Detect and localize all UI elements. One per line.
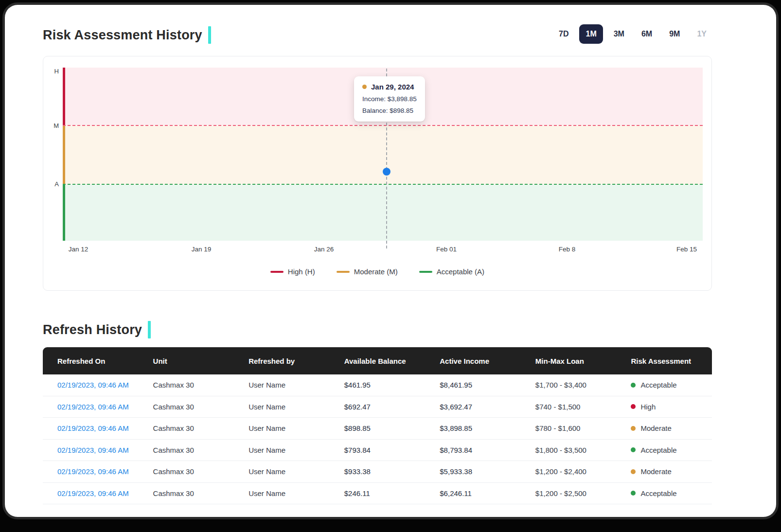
dashboard-card: Risk Assessment History 7D 1M 3M 6M 9M 1… <box>5 5 776 517</box>
refreshed-by-cell: User Name <box>234 424 330 432</box>
x-tick-jan-26: Jan 26 <box>314 246 334 253</box>
range-tab-1y[interactable]: 1Y <box>691 24 713 44</box>
legend-item-high[interactable]: High (H) <box>270 267 315 276</box>
legend-label-moderate: Moderate (M) <box>354 267 398 276</box>
risk-assessment-cell: High <box>616 403 712 411</box>
available-balance-cell: $898.85 <box>330 424 426 432</box>
risk-status-label: Acceptable <box>640 489 676 497</box>
active-income-cell: $3,692.47 <box>425 403 521 411</box>
active-income-cell: $6,246.11 <box>425 489 521 497</box>
refreshed-on-link[interactable]: 02/19/2023, 09:46 AM <box>43 446 139 454</box>
y-tick-moderate: M <box>48 122 59 129</box>
refreshed-on-link[interactable]: 02/19/2023, 09:46 AM <box>43 424 139 432</box>
legend-line-moderate-icon <box>337 271 350 273</box>
available-balance-cell: $933.38 <box>330 467 426 476</box>
refreshed-by-cell: User Name <box>234 489 330 497</box>
unit-cell: Cashmax 30 <box>139 446 234 454</box>
range-tab-6m[interactable]: 6M <box>635 24 658 44</box>
risk-chart-panel: H M A Jan 29, 2024 Income: $3,898.85 Bal… <box>43 56 712 291</box>
risk-assessment-cell: Acceptable <box>616 489 712 497</box>
col-header-refreshed-on: Refreshed On <box>43 357 139 365</box>
refreshed-by-cell: User Name <box>234 446 330 454</box>
available-balance-cell: $461.95 <box>330 381 426 389</box>
range-tab-1m[interactable]: 1M <box>579 24 603 44</box>
x-tick-jan-19: Jan 19 <box>192 246 212 253</box>
tooltip-header: Jan 29, 2024 <box>362 83 417 91</box>
x-tick-feb-01: Feb 01 <box>436 246 457 253</box>
active-income-cell: $8,461.95 <box>425 381 521 389</box>
active-income-cell: $5,933.38 <box>425 467 521 476</box>
y-axis-high-segment <box>63 68 65 125</box>
risk-status-dot-icon <box>631 404 636 409</box>
acceptable-threshold-line <box>63 184 703 185</box>
table-row: 02/19/2023, 09:46 AM Cashmax 30 User Nam… <box>43 374 712 396</box>
acceptable-risk-band <box>63 184 703 241</box>
legend-line-acceptable-icon <box>419 271 432 273</box>
range-tab-3m[interactable]: 3M <box>607 24 631 44</box>
risk-status-dot-icon <box>631 447 636 452</box>
legend-item-moderate[interactable]: Moderate (M) <box>337 267 398 276</box>
min-max-loan-cell: $1,200 - $2,400 <box>521 467 617 476</box>
col-header-active-income: Active Income <box>425 357 521 365</box>
risk-assessment-cell: Moderate <box>616 424 712 432</box>
min-max-loan-cell: $780 - $1,600 <box>521 424 617 432</box>
data-point-jan-29[interactable] <box>383 168 390 176</box>
risk-assessment-cell: Acceptable <box>616 381 712 389</box>
time-range-tabs: 7D 1M 3M 6M 9M 1Y <box>552 24 713 44</box>
risk-status-dot-icon <box>631 469 636 474</box>
moderate-risk-band <box>63 125 703 184</box>
refreshed-on-link[interactable]: 02/19/2023, 09:46 AM <box>43 403 139 411</box>
refresh-section-title: Refresh History <box>43 322 142 337</box>
table-row: 02/19/2023, 09:46 AM Cashmax 30 User Nam… <box>43 461 712 483</box>
x-tick-jan-12: Jan 12 <box>69 246 89 253</box>
risk-status-dot-icon <box>631 426 636 431</box>
refreshed-on-link[interactable]: 02/19/2023, 09:46 AM <box>43 467 139 476</box>
unit-cell: Cashmax 30 <box>139 467 234 476</box>
risk-status-label: Moderate <box>640 467 671 476</box>
col-header-min-max-loan: Min-Max Loan <box>521 357 617 365</box>
risk-chart-plot-area: H M A Jan 29, 2024 Income: $3,898.85 Bal… <box>63 68 703 241</box>
risk-status-dot-icon <box>631 383 636 388</box>
y-tick-high: H <box>48 68 59 75</box>
refreshed-by-cell: User Name <box>234 467 330 476</box>
unit-cell: Cashmax 30 <box>139 424 234 432</box>
risk-status-label: High <box>640 403 656 411</box>
available-balance-cell: $246.11 <box>330 489 426 497</box>
col-header-refreshed-by: Refreshed by <box>234 357 330 365</box>
range-tab-9m[interactable]: 9M <box>663 24 686 44</box>
risk-assessment-cell: Moderate <box>616 467 712 476</box>
refreshed-by-cell: User Name <box>234 381 330 389</box>
table-row: 02/19/2023, 09:46 AM Cashmax 30 User Nam… <box>43 483 712 505</box>
legend-label-high: High (H) <box>288 267 315 276</box>
table-row: 02/19/2023, 09:46 AM Cashmax 30 User Nam… <box>43 396 712 418</box>
refresh-section-header: Refresh History <box>43 321 151 338</box>
range-tab-7d[interactable]: 7D <box>552 24 575 44</box>
chart-tooltip: Jan 29, 2024 Income: $3,898.85 Balance: … <box>354 76 425 122</box>
refreshed-on-link[interactable]: 02/19/2023, 09:46 AM <box>43 381 139 389</box>
chart-legend: High (H) Moderate (M) Acceptable (A) <box>43 267 711 276</box>
table-row: 02/19/2023, 09:46 AM Cashmax 30 User Nam… <box>43 418 712 440</box>
legend-item-acceptable[interactable]: Acceptable (A) <box>419 267 484 276</box>
tooltip-balance: Balance: $898.85 <box>362 107 417 114</box>
unit-cell: Cashmax 30 <box>139 381 234 389</box>
tooltip-income: Income: $3,898.85 <box>362 95 417 103</box>
unit-cell: Cashmax 30 <box>139 403 234 411</box>
available-balance-cell: $692.47 <box>330 403 426 411</box>
moderate-threshold-line <box>63 125 703 126</box>
min-max-loan-cell: $740 - $1,500 <box>521 403 617 411</box>
table-header-row: Refreshed On Unit Refreshed by Available… <box>43 347 712 374</box>
refresh-history-table: Refreshed On Unit Refreshed by Available… <box>43 347 712 504</box>
risk-status-label: Acceptable <box>640 381 676 389</box>
risk-status-label: Moderate <box>640 424 671 432</box>
y-tick-acceptable: A <box>48 180 59 188</box>
tooltip-date: Jan 29, 2024 <box>371 83 414 91</box>
tooltip-marker-icon <box>362 85 367 89</box>
y-axis-acceptable-segment <box>63 184 65 241</box>
refreshed-by-cell: User Name <box>234 403 330 411</box>
title-accent-bar <box>208 26 211 44</box>
title-accent-bar <box>148 321 151 338</box>
legend-label-acceptable: Acceptable (A) <box>437 267 484 276</box>
risk-assessment-cell: Acceptable <box>616 446 712 454</box>
active-income-cell: $8,793.84 <box>425 446 521 454</box>
refreshed-on-link[interactable]: 02/19/2023, 09:46 AM <box>43 489 139 497</box>
